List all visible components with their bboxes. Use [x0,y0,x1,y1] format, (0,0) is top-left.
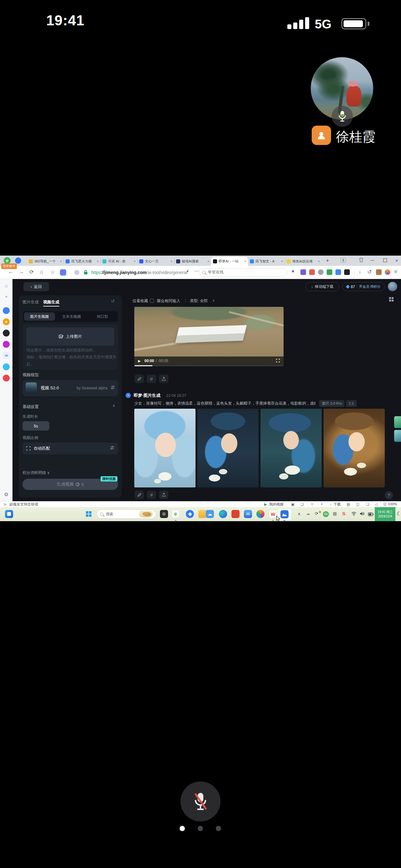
tab-image-generation[interactable]: 图片生成 [23,299,39,305]
extension-icon[interactable] [344,269,350,275]
generated-image[interactable] [197,409,259,488]
floating-widget[interactable] [394,430,401,442]
sliders-icon[interactable] [110,385,115,391]
split-icon[interactable]: ◫ [356,502,360,506]
export-button[interactable] [159,491,168,499]
screenshot-icon[interactable]: ❏ [300,502,304,506]
tray-sync-icon[interactable]: ⟳ [315,511,318,516]
collection-box-icon[interactable] [376,269,381,275]
tab-video-generation[interactable]: 视频生成 [43,299,59,305]
bookmark-star-icon[interactable]: ☆ [50,269,55,275]
wifi-icon[interactable] [351,512,357,517]
history-icon[interactable]: ↺ [111,299,115,304]
aggregate-checkbox[interactable] [150,299,154,303]
generated-image[interactable] [261,409,322,488]
window-icon[interactable]: ❏ [366,502,369,506]
browser-logo-icon[interactable]: e [4,257,11,264]
mode-text-to-video[interactable]: 文本生视频 [56,312,87,320]
sidebar-app-icon[interactable] [3,375,10,381]
tray-cloud-icon[interactable]: ☁ [306,511,310,516]
my-videos-label[interactable]: 我的视频 [269,502,283,507]
browser-tab[interactable]: 讯飞智文 - A× [248,257,285,266]
sound-icon[interactable]: ◁ [375,502,377,506]
help-button[interactable]: ? [385,491,393,499]
filter-aggregate[interactable]: 聚合相同输入 [157,299,180,304]
forward-icon[interactable]: → [19,269,24,275]
browser-tab[interactable]: 秘塔AI搜索× [174,257,211,266]
mute-microphone-button[interactable] [180,781,221,822]
start-button[interactable] [85,510,93,518]
battery-tray-icon[interactable] [368,512,373,518]
mobile-download-button[interactable]: ↓移动端下载 [305,282,339,291]
sidebar-add-icon[interactable]: + [3,293,10,300]
video-progress-bar[interactable] [134,365,283,366]
ime-icon[interactable]: ▤ [333,511,337,516]
huawei-app-icon[interactable] [231,510,239,518]
tab-close-icon[interactable]: × [281,260,283,263]
download-arrow-icon[interactable]: ↓ [330,502,332,506]
sidebar-app-icon[interactable] [3,363,10,370]
news-chevrons-icon[interactable]: ≫ [3,502,7,506]
sliders-icon[interactable] [110,445,114,451]
layout-grid-icon[interactable] [389,297,394,302]
mode-image-to-video[interactable]: 图片生视频 [24,312,55,320]
browser-tab-active[interactable]: 即梦AI - 一站× [211,257,248,266]
zoom-q-icon[interactable]: Q [383,502,386,506]
credits-membership-button[interactable]: 87 | 开会员 得积分 [342,282,385,291]
filter-only-favorites[interactable]: 仅看收藏 [132,299,148,304]
credits-detail-toggle[interactable]: 积分消耗明细 ∨ [23,470,50,475]
news-ticker[interactable]: 赵薇发文悼念琼瑶 [9,502,38,507]
tab-count-badge[interactable]: 8 [340,258,346,263]
home-icon[interactable]: ⌂ [40,269,43,275]
night-mode-moon-icon[interactable]: ☾ [397,510,401,517]
zoom-level[interactable]: 100% [388,502,397,506]
assistant-icon[interactable] [385,269,390,275]
bolt-icon[interactable]: ⚡ [186,269,189,274]
theme-shirt-icon[interactable] [359,257,364,264]
user-avatar[interactable] [388,282,397,291]
generate-video-button[interactable]: 生成视频 ▶ 5 限时优惠 [23,479,118,490]
minimize-button[interactable]: — [370,258,374,262]
video-result-card[interactable]: ▶ 00:00 / 00:05 [134,307,283,366]
url-bar[interactable]: https://jimeng.jianying.com/ai-tool/vide… [91,270,188,275]
browser-tab[interactable]: 360导航_一个× [27,257,64,266]
upload-image-button[interactable]: 上传图片 [26,328,114,346]
edge-icon[interactable] [219,510,227,518]
prompt-text[interactable]: 少女，肖像特写，侧身，表情温柔，蓝色眼睛，蓝色头发，头戴帽子，手里捧着百合花束，… [134,401,315,406]
window-close-button[interactable]: × [395,258,398,263]
tab-close-icon[interactable]: × [60,260,62,263]
tab-close-icon[interactable]: × [170,260,172,263]
tab-close-icon[interactable]: × [244,260,246,263]
my-videos-icon[interactable]: ▶ [264,502,267,506]
browser-360-icon[interactable]: e [171,510,179,518]
sogou-icon[interactable]: S [342,511,345,516]
page-dot[interactable] [198,826,203,831]
extension-icon[interactable] [327,269,332,275]
export-button[interactable] [159,375,168,383]
model-selector[interactable]: 视频 S2.0 by Seaweed alpha [23,380,118,396]
edit-button[interactable] [135,491,144,499]
mode-lip-sync[interactable]: 对口型 [87,312,118,320]
duration-option-5s[interactable]: 5s [23,421,49,431]
x-extension-icon[interactable]: × [292,269,294,274]
sidebar-home-icon[interactable]: ⌂ [3,282,10,289]
boost-icon[interactable]: ⚡ [321,502,323,506]
shield-icon[interactable]: ▣ [291,502,295,506]
sidebar-app-icon[interactable] [3,330,10,337]
widgets-icon[interactable] [5,510,13,518]
fullscreen-icon[interactable] [276,358,280,364]
tab-close-icon[interactable]: × [318,260,320,263]
filter-type[interactable]: 类型: 全部 [190,299,208,304]
collapse-chevron-icon[interactable]: ∧ [112,403,115,408]
mail-icon[interactable]: ✉ [244,510,252,518]
security-score-badge[interactable]: 69 [323,511,329,517]
history-icon[interactable]: ↺ [367,269,372,275]
sidebar-star-icon[interactable]: ★ [3,318,10,325]
generated-image[interactable] [324,409,385,488]
record-expand-icon[interactable]: + [126,393,131,398]
floating-widget[interactable] [394,416,401,428]
download-icon[interactable]: ↓ [359,269,361,275]
tab-close-icon[interactable]: × [207,260,209,263]
play-icon[interactable]: ▶ [138,359,140,363]
cloud-app-icon[interactable]: ☁ [206,510,214,518]
